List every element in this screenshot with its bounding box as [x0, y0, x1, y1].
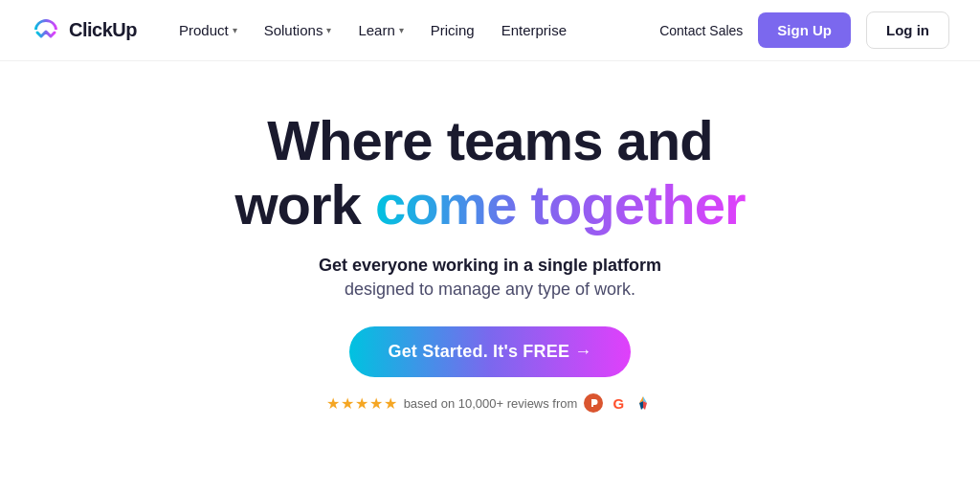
header: ClickUp Product ▾ Solutions ▾ Learn ▾ Pr…: [0, 0, 980, 61]
nav-item-pricing[interactable]: Pricing: [419, 14, 486, 46]
contact-sales-link[interactable]: Contact Sales: [659, 23, 743, 38]
hero-word-work: work: [234, 173, 375, 235]
review-text: based on 10,000+ reviews from: [404, 396, 578, 411]
signup-button[interactable]: Sign Up: [758, 12, 851, 48]
chevron-down-icon: ▾: [399, 25, 404, 35]
review-logos: G: [583, 392, 654, 414]
hero-section: Where teams and work come together Get e…: [0, 61, 980, 442]
logo-text: ClickUp: [69, 19, 137, 41]
hero-word-together: together: [531, 173, 746, 235]
hero-title: Where teams and work come together: [234, 109, 745, 236]
hero-subtitle: designed to manage any type of work.: [345, 280, 635, 300]
svg-rect-1: [591, 402, 593, 407]
clickup-logo-icon: [31, 15, 61, 46]
login-button[interactable]: Log in: [866, 11, 949, 49]
star-rating: ★★★★★: [326, 394, 398, 413]
hero-title-line2: work come together: [234, 173, 745, 237]
hero-title-line1: Where teams and: [234, 109, 745, 173]
nav-right: Contact Sales Sign Up Log in: [659, 11, 949, 49]
g2-logo: G: [608, 392, 629, 414]
nav-item-solutions[interactable]: Solutions ▾: [253, 14, 344, 46]
cta-button[interactable]: Get Started. It's FREE →: [349, 326, 630, 377]
logo[interactable]: ClickUp: [31, 15, 137, 46]
nav-item-learn[interactable]: Learn ▾: [346, 14, 414, 46]
nav-item-enterprise[interactable]: Enterprise: [490, 14, 578, 46]
main-nav: Product ▾ Solutions ▾ Learn ▾ Pricing En…: [167, 14, 659, 46]
reviews-row: ★★★★★ based on 10,000+ reviews from G: [326, 392, 655, 414]
nav-item-product[interactable]: Product ▾: [167, 14, 249, 46]
producthunt-logo: [583, 392, 604, 414]
chevron-down-icon: ▾: [326, 25, 331, 35]
hero-word-come: come: [375, 173, 531, 235]
chevron-down-icon: ▾: [233, 25, 237, 35]
capterra-logo: [633, 394, 654, 412]
hero-subtitle-bold: Get everyone working in a single platfor…: [319, 256, 661, 276]
